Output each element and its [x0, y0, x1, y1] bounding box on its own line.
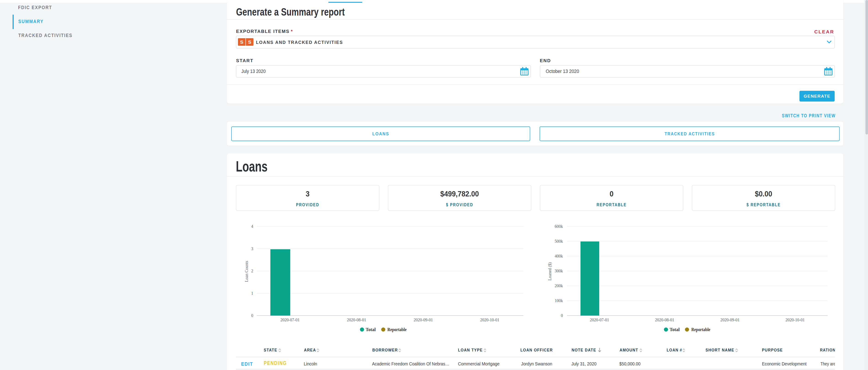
svg-text:2020-09-01: 2020-09-01 [720, 318, 740, 322]
svg-text:600k: 600k [555, 224, 563, 229]
svg-text:Reportable: Reportable [388, 327, 407, 332]
svg-text:Total: Total [670, 327, 680, 332]
svg-text:1: 1 [251, 291, 253, 296]
svg-text:0: 0 [251, 313, 253, 318]
svg-text:3: 3 [251, 247, 253, 251]
svg-text:Total: Total [366, 327, 376, 332]
svg-text:100k: 100k [555, 298, 563, 303]
svg-text:2020-07-01: 2020-07-01 [590, 318, 609, 322]
svg-text:0: 0 [561, 313, 563, 318]
svg-text:Reportable: Reportable [691, 327, 710, 332]
svg-text:200k: 200k [555, 284, 563, 288]
svg-text:400k: 400k [555, 254, 563, 258]
svg-text:Loaned ($): Loaned ($) [548, 262, 552, 280]
svg-text:2: 2 [251, 269, 253, 273]
svg-text:2020-09-01: 2020-09-01 [414, 318, 433, 322]
svg-text:Loan Counts: Loan Counts [244, 261, 249, 282]
svg-text:4: 4 [251, 224, 253, 229]
svg-text:500k: 500k [555, 239, 563, 244]
svg-text:2020-10-01: 2020-10-01 [480, 318, 499, 322]
svg-text:2020-08-01: 2020-08-01 [347, 318, 366, 322]
svg-text:300k: 300k [555, 269, 563, 273]
svg-text:2020-08-01: 2020-08-01 [655, 318, 674, 322]
svg-text:2020-10-01: 2020-10-01 [785, 318, 805, 322]
svg-text:2020-07-01: 2020-07-01 [280, 318, 300, 322]
